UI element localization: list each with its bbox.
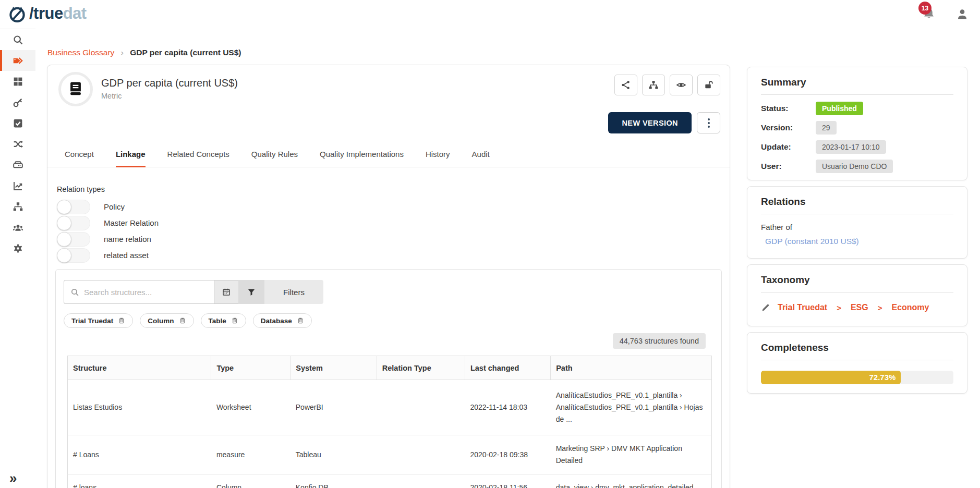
tab-audit[interactable]: Audit <box>472 150 490 167</box>
breadcrumb-parent-link[interactable]: Business Glossary <box>47 48 114 57</box>
share-button[interactable] <box>614 75 637 95</box>
cell-last-changed: 2020-02-18 09:38 <box>465 435 550 474</box>
search-icon <box>70 288 79 297</box>
funnel-icon <box>247 287 256 297</box>
taxonomy-link-subdomain[interactable]: ESG <box>851 303 868 312</box>
book-icon <box>67 80 84 98</box>
table-row[interactable]: #,loans Column Konfio DB 2020-02-18 11:5… <box>68 474 712 488</box>
toggle-label: Master Relation <box>104 218 159 227</box>
table-row[interactable]: Listas Estudios Worksheet PowerBI 2022-1… <box>68 380 712 435</box>
column-header-system[interactable]: System <box>291 356 377 380</box>
cell-type: Column <box>211 474 291 488</box>
toggle-related-asset[interactable] <box>57 248 90 263</box>
eye-icon <box>676 80 686 90</box>
sidebar-item-analytics[interactable] <box>0 175 35 196</box>
toggle-label: related asset <box>104 251 149 260</box>
toggle-name-relation[interactable] <box>57 232 90 247</box>
search-structures-input[interactable] <box>84 288 208 297</box>
trash-icon[interactable] <box>297 317 304 324</box>
tab-history[interactable]: History <box>426 150 450 167</box>
related-concept-link[interactable]: GDP (constant 2010 US$) <box>765 237 953 246</box>
unlock-icon <box>704 80 714 90</box>
cell-path: Marketing SRP › DMV MKT Application Deta… <box>551 435 712 474</box>
check-square-icon <box>13 118 23 129</box>
owl-logo-icon <box>7 4 27 23</box>
filter-chip-column[interactable]: Column <box>140 313 193 328</box>
toggle-policy[interactable] <box>57 200 90 214</box>
cell-relation-type <box>377 435 465 474</box>
column-header-structure[interactable]: Structure <box>68 356 211 380</box>
sidebar-item-permissions[interactable] <box>0 92 35 113</box>
new-version-button[interactable]: NEW VERSION <box>608 112 692 133</box>
completeness-title: Completeness <box>761 342 953 360</box>
taxonomy-link-domain[interactable]: Trial Truedat <box>778 303 827 312</box>
sidebar-expand-button[interactable]: » <box>9 471 17 485</box>
search-icon <box>13 34 23 45</box>
user-menu-button[interactable] <box>955 7 970 22</box>
sidebar-item-structures[interactable] <box>0 154 35 175</box>
trash-icon[interactable] <box>231 317 238 324</box>
pencil-icon[interactable] <box>761 303 770 312</box>
filter-chip-database[interactable]: Database <box>253 313 312 328</box>
sidebar-item-taxonomy[interactable] <box>0 196 35 217</box>
more-actions-button[interactable] <box>697 112 720 133</box>
toggle-master-relation[interactable] <box>57 216 90 230</box>
tab-quality-implementations[interactable]: Quality Implementations <box>320 150 404 167</box>
trash-icon[interactable] <box>118 317 125 324</box>
search-input-wrap <box>64 280 214 304</box>
filter-chip-table[interactable]: Table <box>201 313 246 328</box>
sidebar-item-quality[interactable] <box>0 113 35 133</box>
taxonomy-panel: Taxonomy Trial Truedat > ESG > Economy <box>747 264 967 326</box>
filters-button[interactable]: Filters <box>264 280 323 304</box>
trash-icon[interactable] <box>179 317 186 324</box>
lineage-button[interactable] <box>642 75 665 95</box>
date-filter-button[interactable] <box>214 280 238 304</box>
column-header-last-changed[interactable]: Last changed <box>465 356 550 380</box>
structures-panel: Filters Trial Truedat Column Table Datab… <box>55 269 722 488</box>
tab-quality-rules[interactable]: Quality Rules <box>251 150 298 167</box>
user-label: User: <box>761 162 816 171</box>
sidebar-item-dashboards[interactable] <box>0 71 35 92</box>
users-icon <box>13 222 23 233</box>
tab-linkage[interactable]: Linkage <box>116 150 146 167</box>
logo-wordmark: /truedat <box>29 4 87 23</box>
status-badge: Published <box>816 102 863 115</box>
filter-toggle-button[interactable] <box>238 280 264 304</box>
breadcrumb-separator: › <box>121 48 124 57</box>
taxonomy-link-leaf[interactable]: Economy <box>891 303 929 312</box>
relations-panel: Relations Father of GDP (constant 2010 U… <box>747 186 967 259</box>
truedat-logo: /truedat <box>7 4 87 23</box>
cell-last-changed: 2020-02-18 11:56 <box>465 474 550 488</box>
page-title: GDP per capita (current US$) <box>101 77 238 89</box>
watch-button[interactable] <box>670 75 693 95</box>
tab-concept[interactable]: Concept <box>65 150 94 167</box>
chip-label: Database <box>261 317 292 325</box>
cell-system: PowerBI <box>291 380 377 435</box>
completeness-progress-track: 72.73% <box>761 371 953 384</box>
cell-path: AnalíticaEstudios_PRE_v0.1_plantilla › A… <box>551 380 712 435</box>
taxonomy-separator: > <box>878 303 882 312</box>
sidebar-item-glossary[interactable] <box>0 50 35 71</box>
column-header-relation-type[interactable]: Relation Type <box>377 356 465 380</box>
column-header-path[interactable]: Path <box>551 356 712 380</box>
notifications-button[interactable]: 13 <box>922 7 938 22</box>
structures-table: Structure Type System Relation Type Last… <box>67 356 712 488</box>
unlock-button[interactable] <box>697 75 720 95</box>
column-header-type[interactable]: Type <box>211 356 291 380</box>
filter-chip-trial-truedat[interactable]: Trial Truedat <box>64 313 133 328</box>
notification-count-badge: 13 <box>918 2 931 15</box>
user-icon <box>955 7 969 21</box>
cell-structure: # Loans <box>68 435 211 474</box>
table-row[interactable]: # Loans measure Tableau 2020-02-18 09:38… <box>68 435 712 474</box>
sidebar-item-search[interactable] <box>0 29 35 50</box>
taxonomy-separator: > <box>837 303 841 312</box>
completeness-progress-fill: 72.73% <box>761 371 901 384</box>
completeness-panel: Completeness 72.73% <box>747 332 967 394</box>
sidebar-item-settings[interactable] <box>0 238 35 259</box>
sidebar-item-users[interactable] <box>0 217 35 238</box>
summary-panel: Summary Status:Published Version:29 Upda… <box>747 67 967 180</box>
active-filter-chips: Trial Truedat Column Table Database <box>64 313 312 328</box>
tab-related-concepts[interactable]: Related Concepts <box>167 150 229 167</box>
taxonomy-path: Trial Truedat > ESG > Economy <box>761 303 953 312</box>
sidebar-item-lineage[interactable] <box>0 133 35 154</box>
